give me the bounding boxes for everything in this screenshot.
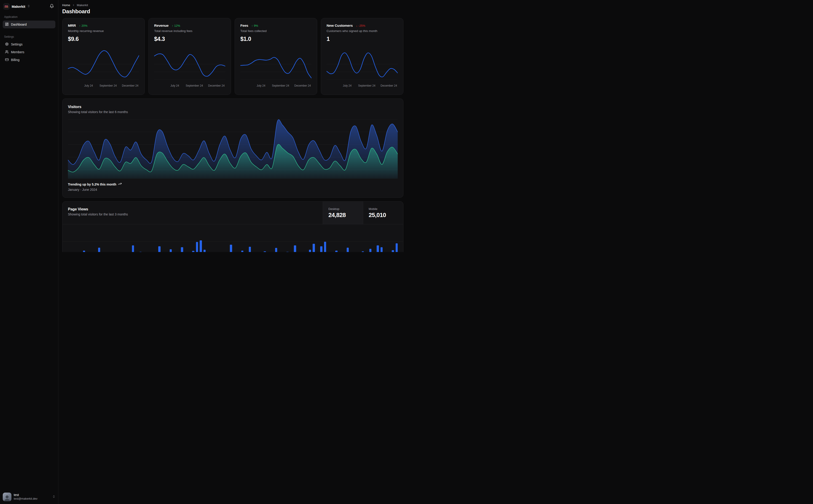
stat-subtitle: Total fees collected <box>240 29 312 33</box>
bar[interactable] <box>392 250 394 252</box>
x-axis-labels: July 24September 24December 24 <box>240 84 312 88</box>
visitors-card: Visitors Showing total visitors for the … <box>62 98 403 198</box>
bar[interactable] <box>275 248 277 252</box>
breadcrumb-home-link[interactable]: Home <box>62 3 70 7</box>
stat-subtitle: Customers who signed up this month <box>327 29 398 33</box>
x-axis-labels: July 24September 24December 24 <box>154 84 225 88</box>
sidebar-item-settings[interactable]: Settings <box>3 40 55 48</box>
tab-mobile[interactable]: Mobile 25,010 <box>363 202 403 224</box>
stat-card-new-customers: New Customers ↓-25% Customers who signed… <box>321 18 403 95</box>
bar[interactable] <box>320 246 322 252</box>
stat-title: MRR <box>68 24 76 28</box>
breadcrumb: Home Makerkit <box>62 3 403 7</box>
tab-desktop[interactable]: Desktop 24,828 <box>323 202 363 224</box>
x-axis-labels: July 24September 24December 24 <box>327 84 398 88</box>
bar[interactable] <box>294 245 296 252</box>
bar[interactable] <box>83 251 85 252</box>
stat-title: New Customers <box>327 24 353 28</box>
nav-section-label: Settings <box>3 35 55 38</box>
trend-badge: ↑9% <box>252 24 258 27</box>
bar[interactable] <box>286 252 288 252</box>
users-icon <box>5 50 9 54</box>
mrr-sparkline-chart[interactable] <box>68 48 139 82</box>
bar[interactable] <box>362 251 364 252</box>
breadcrumb-current: Makerkit <box>77 3 88 7</box>
bar[interactable] <box>249 247 251 252</box>
visitors-trend-text: Trending up by 5.2% this month <box>68 183 116 186</box>
bar[interactable] <box>132 245 134 252</box>
visitors-title: Visitors <box>68 105 398 109</box>
stat-title: Revenue <box>154 24 168 28</box>
bar[interactable] <box>309 250 311 252</box>
bar[interactable] <box>204 250 206 252</box>
bar[interactable] <box>381 247 383 252</box>
trend-badge: ↑12% <box>172 24 180 27</box>
arrow-up-icon: ↑ <box>252 24 253 27</box>
stat-card-fees: Fees ↑9% Total fees collected $1.0 July … <box>235 18 317 95</box>
tab-value: 24,828 <box>328 212 357 219</box>
bar[interactable] <box>192 251 194 252</box>
bell-icon <box>50 4 54 9</box>
sidebar-item-label: Dashboard <box>11 23 27 26</box>
team-name: Makerkit <box>12 5 25 8</box>
stat-cards-row: MRR ↑20% Monthly recurring revenue $9.6 … <box>62 18 403 95</box>
visitors-subtitle: Showing total visitors for the last 6 mo… <box>68 110 398 114</box>
sidebar-item-billing[interactable]: Billing <box>3 56 55 64</box>
main-content: Home Makerkit Dashboard MRR ↑20% Monthly… <box>58 0 407 252</box>
gear-icon <box>5 42 9 47</box>
bar[interactable] <box>264 251 266 252</box>
notifications-bell-button[interactable] <box>49 3 55 10</box>
bar[interactable] <box>158 246 160 252</box>
arrow-up-icon: ↑ <box>172 24 173 27</box>
bar[interactable] <box>377 245 379 252</box>
page-views-series-tabs: Desktop 24,828 Mobile 25,010 <box>323 202 403 224</box>
bar[interactable] <box>230 245 232 252</box>
team-switcher[interactable]: m Makerkit <box>3 3 30 10</box>
page-title: Dashboard <box>62 8 403 15</box>
bar[interactable] <box>98 248 100 252</box>
page-views-card: Page Views Showing total visitors for th… <box>62 201 403 252</box>
stat-subtitle: Monthly recurring revenue <box>68 29 139 33</box>
bar[interactable] <box>139 252 141 252</box>
bar[interactable] <box>196 242 198 252</box>
bar[interactable] <box>181 247 183 252</box>
dashboard-grid-icon <box>5 22 9 27</box>
bar[interactable] <box>396 243 398 252</box>
visitors-footer: Trending up by 5.2% this month January -… <box>68 182 398 191</box>
bar[interactable] <box>335 251 337 252</box>
bar[interactable] <box>369 249 371 252</box>
arrow-up-icon: ↑ <box>79 24 81 27</box>
x-axis-labels: July 24September 24December 24 <box>68 84 139 88</box>
sidebar-item-dashboard[interactable]: Dashboard <box>3 21 55 28</box>
bar[interactable] <box>170 249 172 252</box>
page-views-subtitle: Showing total visitors for the last 3 mo… <box>68 212 317 216</box>
stat-title: Fees <box>240 24 248 28</box>
makerkit-logo: m <box>3 3 10 10</box>
sidebar-nav: Application Dashboard Settings Settings <box>0 12 58 252</box>
stat-card-revenue: Revenue ↑12% Total revenue including fee… <box>148 18 231 95</box>
tab-label: Mobile <box>369 207 398 211</box>
nav-section-label: Application <box>3 15 55 19</box>
page-views-title: Page Views <box>68 207 317 211</box>
trend-badge: ↑20% <box>79 24 88 27</box>
sidebar: m Makerkit Application Dashboard Setting… <box>0 0 58 252</box>
sidebar-item-members[interactable]: Members <box>3 48 55 56</box>
new-customers-sparkline-chart[interactable] <box>327 48 398 82</box>
bar[interactable] <box>199 240 202 252</box>
bar[interactable] <box>313 244 315 252</box>
arrow-down-icon: ↓ <box>356 24 358 27</box>
visitors-date-range: January - June 2024 <box>68 188 398 191</box>
revenue-sparkline-chart[interactable] <box>154 48 225 82</box>
bar[interactable] <box>347 248 349 252</box>
fees-sparkline-chart[interactable] <box>240 48 312 82</box>
bar[interactable] <box>241 251 243 252</box>
visitors-area-chart[interactable] <box>68 118 398 179</box>
sidebar-item-label: Settings <box>11 42 23 46</box>
trend-badge: ↓-25% <box>356 24 365 27</box>
chevrons-up-down-icon <box>27 4 30 8</box>
stat-value: 1 <box>327 36 398 42</box>
trending-up-icon <box>118 182 122 186</box>
page-views-bar-chart[interactable] <box>62 224 403 252</box>
sidebar-item-label: Billing <box>11 58 19 62</box>
bar[interactable] <box>324 242 326 252</box>
